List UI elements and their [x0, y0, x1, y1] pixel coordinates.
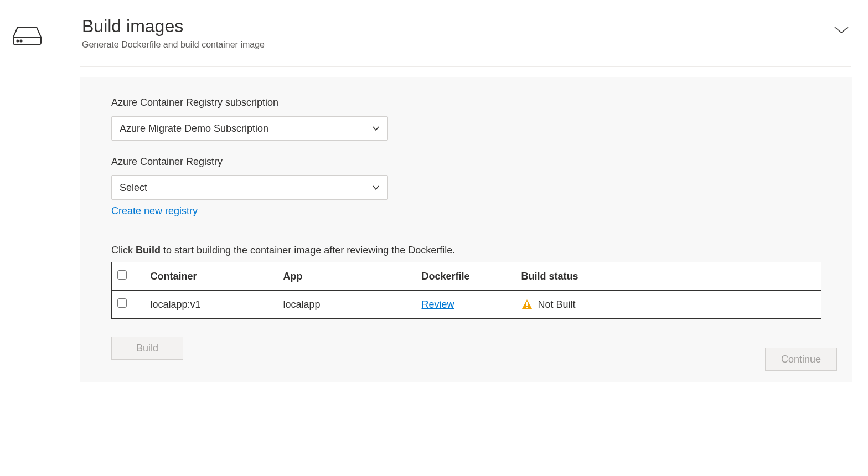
- cell-container: localapp:v1: [145, 291, 278, 319]
- svg-point-2: [20, 40, 22, 42]
- svg-rect-5: [526, 307, 528, 308]
- cell-status: Not Built: [516, 291, 822, 319]
- chevron-down-icon: [372, 125, 380, 132]
- containers-table: Container App Dockerfile Build status lo…: [111, 262, 822, 319]
- header-app: App: [278, 262, 416, 291]
- header: Build images Generate Dockerfile and bui…: [0, 0, 868, 61]
- content-panel: Azure Container Registry subscription Az…: [80, 77, 852, 382]
- subscription-value: Azure Migrate Demo Subscription: [120, 123, 268, 134]
- create-registry-link[interactable]: Create new registry: [111, 205, 198, 217]
- divider: [80, 66, 851, 67]
- disk-icon: [11, 20, 43, 52]
- page-subtitle: Generate Dockerfile and build container …: [82, 40, 830, 50]
- row-checkbox[interactable]: [117, 298, 127, 308]
- table-row: localapp:v1 localapp Review: [112, 291, 822, 319]
- header-status: Build status: [516, 262, 822, 291]
- select-all-checkbox[interactable]: [117, 270, 127, 280]
- registry-label: Azure Container Registry: [111, 156, 822, 168]
- instruction-prefix: Click: [111, 245, 136, 256]
- build-instruction: Click Build to start building the contai…: [111, 245, 822, 256]
- select-all-cell: [112, 262, 145, 291]
- status-text: Not Built: [538, 299, 576, 311]
- page-title: Build images: [82, 15, 830, 37]
- subscription-label: Azure Container Registry subscription: [111, 97, 822, 108]
- registry-value: Select: [120, 182, 147, 194]
- row-select-cell: [112, 291, 145, 319]
- registry-field: Azure Container Registry Select Create n…: [111, 156, 822, 217]
- subscription-field: Azure Container Registry subscription Az…: [111, 97, 822, 141]
- svg-rect-4: [526, 302, 528, 306]
- svg-point-1: [17, 40, 19, 42]
- instruction-bold: Build: [136, 245, 161, 256]
- collapse-toggle[interactable]: [830, 20, 852, 42]
- chevron-down-icon: [834, 25, 849, 37]
- continue-button[interactable]: Continue: [765, 348, 837, 371]
- cell-dockerfile: Review: [416, 291, 516, 319]
- instruction-suffix: to start building the container image af…: [161, 245, 455, 256]
- cell-app: localapp: [278, 291, 416, 319]
- table-header-row: Container App Dockerfile Build status: [112, 262, 822, 291]
- header-container: Container: [145, 262, 278, 291]
- header-text: Build images Generate Dockerfile and bui…: [82, 15, 830, 50]
- review-link[interactable]: Review: [422, 299, 454, 310]
- warning-icon: [521, 299, 533, 310]
- chevron-down-icon: [372, 184, 380, 192]
- header-dockerfile: Dockerfile: [416, 262, 516, 291]
- build-button[interactable]: Build: [111, 337, 183, 360]
- subscription-select[interactable]: Azure Migrate Demo Subscription: [111, 116, 388, 141]
- registry-select[interactable]: Select: [111, 175, 388, 200]
